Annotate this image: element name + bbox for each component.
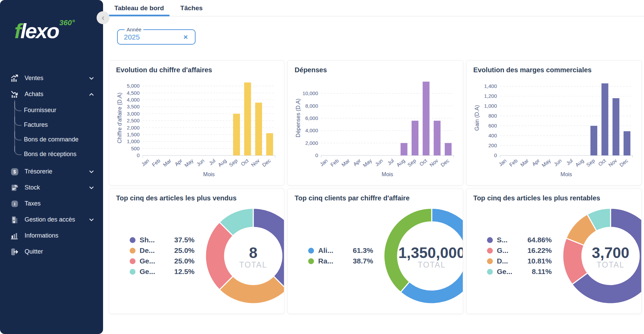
svg-text:10,000: 10,000 (302, 90, 318, 96)
year-value[interactable]: 2025 (124, 33, 140, 41)
svg-text:Sep: Sep (228, 157, 239, 168)
tab-taches[interactable]: Tâches (180, 0, 203, 16)
legend-dot-icon (130, 248, 135, 254)
legend-item[interactable]: S...64.86% (487, 236, 552, 244)
svg-text:4,000: 4,000 (127, 97, 140, 103)
svg-text:May: May (183, 157, 195, 168)
svg-text:Feb: Feb (151, 157, 161, 168)
svg-text:Jul: Jul (565, 157, 574, 166)
legend-item[interactable]: D...10.81% (487, 257, 552, 265)
chart-title: Top cinq des articles les plus vendus (116, 194, 277, 202)
tab-tableau-de-bord[interactable]: Tableau de bord (114, 0, 164, 16)
chevron-down-icon (89, 217, 94, 223)
legend-item[interactable]: G...16.22% (487, 246, 552, 255)
card-top-clients: Top cinq clients par chiffre d'affaire A… (287, 188, 463, 314)
legend-label: G... (497, 246, 509, 255)
top-articles-vendus-donut-chart[interactable]: 8TOTAL (202, 205, 284, 307)
svg-text:Oct: Oct (240, 157, 250, 167)
svg-text:400: 400 (488, 133, 497, 138)
legend-percent: 16.22% (527, 246, 552, 255)
sidebar-collapse-button[interactable]: ‹ (97, 11, 110, 24)
svg-text:1,500: 1,500 (127, 132, 140, 137)
legend-dot-icon (130, 269, 135, 275)
svg-text:Mois: Mois (382, 171, 393, 177)
expenses-bar-chart[interactable]: 02,0004,0006,0008,00010,000JanFebMarAprM… (295, 75, 456, 178)
tab-bar: Tableau de bordTâches (103, 0, 644, 16)
legend-label: Sh... (140, 236, 155, 244)
svg-text:Oct: Oct (418, 157, 428, 167)
svg-text:TOTAL: TOTAL (239, 260, 267, 269)
sidebar-subitem-label: Fournisseur (24, 107, 56, 114)
legend-dot-icon (487, 258, 493, 264)
svg-text:2,000: 2,000 (305, 140, 318, 146)
svg-text:Apr: Apr (531, 157, 541, 167)
legend-label: Ra... (318, 257, 333, 265)
legend-label: Ge... (140, 268, 155, 276)
chart-down-icon (10, 90, 19, 99)
svg-text:0: 0 (315, 152, 318, 158)
legend-item[interactable]: Sh...37.5% (130, 236, 195, 244)
sidebar-item-ventes[interactable]: Ventes (0, 70, 103, 86)
top-articles-rentables-donut-chart[interactable]: 3,700TOTAL (559, 205, 642, 307)
sidebar-item-stock[interactable]: %Stock (0, 180, 103, 196)
card-margins-evolution: Evolution des marges commerciales 020040… (466, 60, 642, 185)
clear-year-icon[interactable]: ✕ (182, 34, 189, 41)
svg-text:Jun: Jun (195, 157, 205, 167)
sidebar-item-label: Gestion des accès (25, 216, 75, 223)
legend-item[interactable]: Ge...25.0% (130, 257, 195, 265)
legend-dot-icon (308, 258, 314, 264)
year-filter[interactable]: Année 2025 ✕ (117, 27, 196, 45)
svg-text:1,000: 1,000 (484, 103, 497, 109)
sidebar-item-achats[interactable]: Achats (0, 86, 103, 102)
sidebar-item-tresorerie[interactable]: $Trésorerie (0, 164, 103, 180)
legend-percent: 61.3% (353, 246, 373, 255)
legend-item[interactable]: Ra...38.7% (308, 257, 373, 265)
sidebar-item-gestion-des-acces[interactable]: Gestion des accès (0, 212, 103, 228)
svg-text:1,200: 1,200 (484, 93, 497, 99)
svg-text:1,400: 1,400 (484, 83, 497, 89)
svg-text:4,500: 4,500 (127, 90, 140, 96)
sidebar-subitem-fournisseur[interactable]: Fournisseur (14, 103, 103, 118)
svg-text:3,700: 3,700 (592, 244, 629, 261)
sidebar-item-quitter[interactable]: Quitter (0, 244, 103, 260)
sidebar-menu: VentesAchatsFournisseurFacturesBons de c… (0, 70, 103, 260)
year-filter-label: Année (125, 27, 143, 32)
top-clients-donut-chart[interactable]: 1,350,000TOTAL (381, 205, 463, 307)
margins-bar-chart[interactable]: 02004006008001,0001,2001,400JanFebMarApr… (473, 75, 634, 178)
legend-item[interactable]: De...25.0% (130, 246, 195, 255)
card-expenses: Dépenses 02,0004,0006,0008,00010,000JanF… (287, 60, 463, 185)
svg-text:2,000: 2,000 (127, 125, 140, 131)
sidebar-subitem-factures[interactable]: Factures (14, 118, 103, 132)
svg-text:0: 0 (137, 152, 140, 158)
svg-text:Jan: Jan (319, 157, 329, 167)
sidebar-item-informations[interactable]: Informations (0, 228, 103, 244)
chart-title: Top cinq clients par chiffre d'affaire (295, 194, 456, 202)
svg-text:Jan: Jan (140, 157, 150, 167)
svg-text:Jul: Jul (208, 157, 217, 166)
svg-text:8,000: 8,000 (305, 103, 318, 109)
svg-text:8: 8 (249, 244, 257, 261)
svg-text:Sep: Sep (406, 157, 417, 168)
legend-item[interactable]: Ge...12.5% (130, 268, 195, 276)
sidebar-item-taxes[interactable]: iTaxes (0, 196, 103, 212)
svg-text:Feb: Feb (329, 157, 340, 168)
sidebar-item-label: Ventes (25, 75, 43, 82)
card-revenue-evolution: Evolution du chiffre d'affaires 05001,00… (109, 60, 284, 185)
legend-item[interactable]: Ge...8.11% (487, 268, 552, 276)
svg-text:4,000: 4,000 (305, 127, 318, 133)
sidebar-submenu: FournisseurFacturesBons de commandeBons … (14, 102, 103, 164)
sidebar-subitem-bons-de-commande[interactable]: Bons de commande (14, 132, 103, 147)
svg-text:1,350,000: 1,350,000 (398, 244, 463, 261)
svg-text:TOTAL: TOTAL (418, 260, 446, 269)
sidebar-subitem-bons-de-receptions[interactable]: Bons de réceptions (14, 147, 103, 162)
legend-percent: 64.86% (527, 236, 552, 244)
svg-text:Mar: Mar (519, 157, 530, 168)
svg-text:Apr: Apr (352, 157, 362, 167)
svg-text:6,000: 6,000 (305, 115, 318, 121)
legend-dot-icon (130, 237, 135, 243)
svg-text:May: May (362, 157, 373, 168)
legend-item[interactable]: Ali...61.3% (308, 246, 373, 255)
bar-chart-icon (10, 231, 19, 240)
revenue-bar-chart[interactable]: 05001,0001,5002,0002,5003,0003,5004,0004… (116, 75, 277, 178)
logout-icon (10, 247, 19, 256)
